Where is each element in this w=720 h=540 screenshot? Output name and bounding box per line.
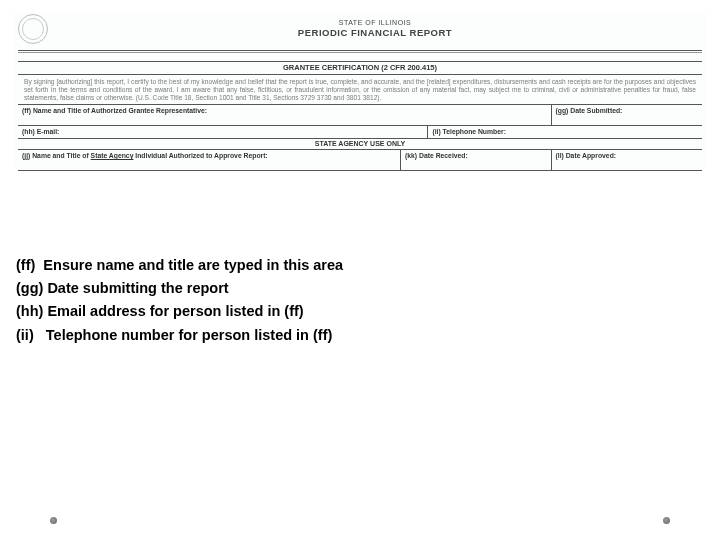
- divider-thin: [18, 52, 702, 53]
- instruction-list: (ff) Ensure name and title are typed in …: [16, 254, 343, 347]
- slide-corner-dot-icon: [663, 517, 670, 524]
- certification-bar: GRANTEE CERTIFICATION (2 CFR 200.415): [18, 61, 702, 75]
- field-hh: (hh) E-mail:: [18, 126, 428, 139]
- instruction-ii: (ii) Telephone number for person listed …: [16, 324, 343, 347]
- row-jj-kk-ll: (jj) Name and Title of State Agency Indi…: [18, 150, 702, 171]
- field-ii: (ii) Telephone Number:: [428, 126, 702, 139]
- field-gg: (gg) Date Submitted:: [552, 105, 702, 126]
- field-ff: (ff) Name and Title of Authorized Grante…: [18, 105, 552, 126]
- form-scan-panel: STATE OF ILLINOIS PERIODIC FINANCIAL REP…: [14, 12, 706, 171]
- jj-underlined: State Agency: [91, 152, 134, 159]
- row-hh-ii: (hh) E-mail: (ii) Telephone Number:: [18, 126, 702, 139]
- report-title: PERIODIC FINANCIAL REPORT: [48, 28, 702, 39]
- slide-corner-dot-icon: [50, 517, 57, 524]
- certification-text: By signing [authorizing] this report, I …: [18, 75, 702, 106]
- form-header: STATE OF ILLINOIS PERIODIC FINANCIAL REP…: [14, 12, 706, 48]
- state-line: STATE OF ILLINOIS: [48, 19, 702, 27]
- instruction-ff: (ff) Ensure name and title are typed in …: [16, 254, 343, 277]
- agency-use-bar: STATE AGENCY USE ONLY: [18, 139, 702, 150]
- field-ll: (ll) Date Approved:: [552, 150, 702, 171]
- state-seal-icon: [18, 14, 48, 44]
- field-kk: (kk) Date Received:: [401, 150, 551, 171]
- header-text-block: STATE OF ILLINOIS PERIODIC FINANCIAL REP…: [48, 19, 702, 39]
- instruction-gg: (gg) Date submitting the report: [16, 277, 343, 300]
- row-ff-gg: (ff) Name and Title of Authorized Grante…: [18, 105, 702, 126]
- jj-post: Individual Authorized to Approve Report:: [133, 152, 267, 159]
- jj-pre: (jj) Name and Title of: [22, 152, 91, 159]
- instruction-hh: (hh) Email address for person listed in …: [16, 300, 343, 323]
- divider-thick: [18, 50, 702, 51]
- field-jj: (jj) Name and Title of State Agency Indi…: [18, 150, 401, 171]
